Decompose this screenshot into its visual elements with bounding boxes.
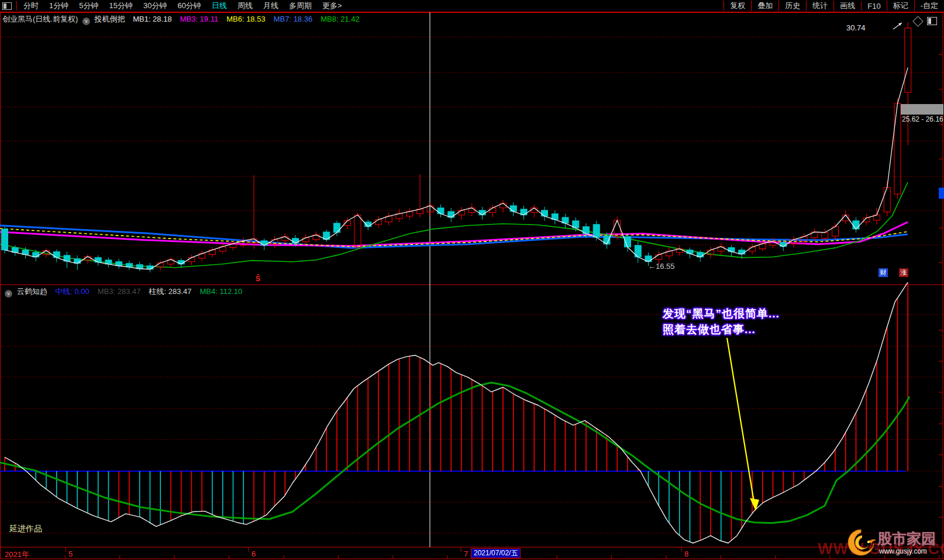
timeline-month-8: 8: [684, 549, 688, 558]
selected-date-box[interactable]: 2021/07/02/五: [471, 548, 521, 558]
watermark-url: www.gusjy.com: [879, 547, 927, 555]
chart-corner-icons: [914, 17, 937, 25]
rise-badge[interactable]: 涨: [899, 268, 908, 277]
timeline-month-6: 6: [251, 549, 256, 558]
annotation-note: 发现“黑马”也很简单... 照着去做也省事...: [663, 306, 780, 337]
watermark-brand: 股市家园: [877, 529, 936, 548]
author-credit: 延进作品: [9, 524, 42, 534]
timeline-month-7: 7: [464, 549, 468, 558]
timeline-month-5: 5: [68, 549, 73, 558]
annotation-note-line1: 发现“黑马”也很简单...: [663, 306, 780, 322]
timeline-year: 2021年: [5, 549, 29, 560]
price-range-label: 25.62 - 26.16: [902, 115, 943, 123]
chart-canvas[interactable]: [0, 0, 944, 560]
split-view-icon[interactable]: [927, 17, 937, 25]
low-price-label: ←16.55: [648, 262, 675, 271]
sell-signal-marker: Ŝ: [256, 275, 260, 283]
app-window: 分时1分钟5分钟15分钟30分钟60分钟日线周线月线多周期更多> 复权叠加历史统…: [0, 0, 944, 560]
high-price-label: 30.74: [846, 23, 866, 32]
annotation-note-line2: 照着去做也省事...: [663, 322, 780, 337]
diamond-icon[interactable]: [912, 16, 923, 26]
phoenix-logo-icon: [845, 527, 877, 558]
wealth-badge[interactable]: 财: [878, 268, 888, 277]
